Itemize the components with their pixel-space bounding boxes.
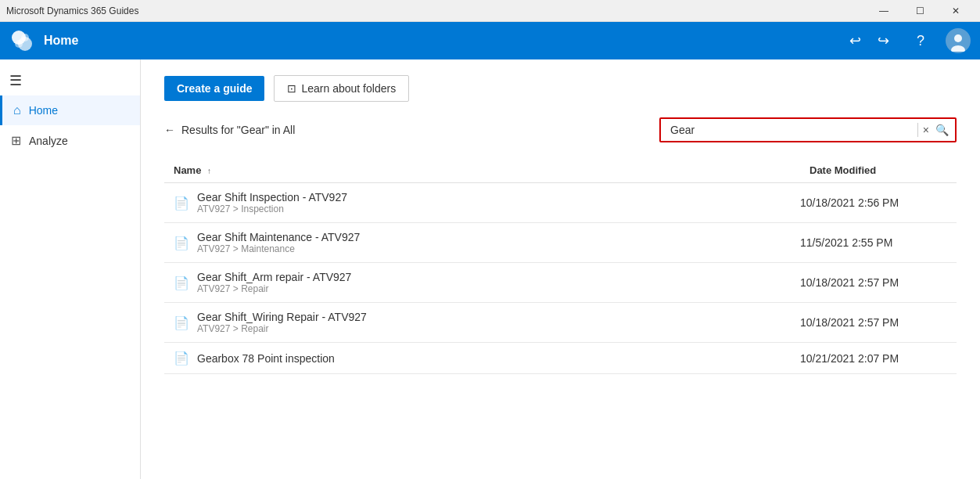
document-icon: 📄 (174, 196, 189, 211)
search-divider (917, 123, 918, 137)
document-icon: 📄 (174, 351, 189, 366)
main-area: ☰ ⌂ Home ⊞ Analyze Create a guide ⊡ Lear… (0, 59, 980, 479)
row-path: ATV927 > Repair (197, 323, 367, 334)
sidebar-item-analyze-label: Analyze (29, 135, 68, 147)
home-icon: ⌂ (13, 103, 21, 117)
results-text: Results for "Gear" in All (181, 124, 295, 136)
sidebar: ☰ ⌂ Home ⊞ Analyze (0, 59, 141, 479)
row-path: ATV927 > Inspection (197, 203, 347, 214)
table-row: 📄Gear Shift Maintenance - ATV927ATV927 >… (164, 223, 957, 263)
back-button[interactable]: ← (164, 124, 175, 136)
row-text: Gear Shift_Arm repair - ATV927ATV927 > R… (197, 271, 351, 294)
column-date: Date Modified (800, 158, 957, 183)
row-inner[interactable]: 📄Gear Shift Maintenance - ATV927ATV927 >… (164, 223, 800, 262)
document-icon: 📄 (174, 236, 189, 250)
cell-name: 📄Gearbox 78 Point inspection (164, 343, 800, 374)
row-inner[interactable]: 📄Gear Shift_Wiring Repair - ATV927ATV927… (164, 303, 800, 342)
cell-name: 📄Gear Shift Maintenance - ATV927ATV927 >… (164, 223, 800, 263)
search-input[interactable] (664, 119, 916, 141)
document-icon: 📄 (174, 315, 189, 330)
search-clear-button[interactable]: × (920, 121, 932, 139)
row-text: Gear Shift_Wiring Repair - ATV927ATV927 … (197, 311, 367, 334)
minimize-button[interactable]: — (866, 0, 902, 22)
table-row: 📄Gear Shift_Wiring Repair - ATV927ATV927… (164, 303, 957, 343)
back-arrow-icon: ← (164, 124, 175, 136)
title-bar: Microsoft Dynamics 365 Guides — ☐ ✕ (0, 0, 980, 22)
table-row: 📄Gearbox 78 Point inspection10/21/2021 2… (164, 343, 957, 374)
row-inner[interactable]: 📄Gear Shift Inspection - ATV927ATV927 > … (164, 183, 800, 222)
table-row: 📄Gear Shift Inspection - ATV927ATV927 > … (164, 183, 957, 223)
window-controls: — ☐ ✕ (866, 0, 974, 22)
sidebar-item-home-label: Home (29, 104, 58, 117)
column-name: Name ↑ (164, 158, 800, 183)
search-results-row: ← Results for "Gear" in All × 🔍 (164, 117, 957, 142)
table-row: 📄Gear Shift_Arm repair - ATV927ATV927 > … (164, 263, 957, 303)
redo-button[interactable]: ↪ (871, 28, 896, 53)
undo-redo-group: ↩ ↪ (842, 28, 896, 53)
cell-name: 📄Gear Shift Inspection - ATV927ATV927 > … (164, 183, 800, 223)
toolbar-row: Create a guide ⊡ Learn about folders (164, 75, 957, 102)
nav-title: Home (44, 34, 833, 48)
nav-actions: ↩ ↪ ? (842, 28, 971, 53)
learn-folders-icon: ⊡ (287, 82, 296, 95)
cell-date: 10/18/2021 2:57 PM (800, 263, 957, 303)
row-inner[interactable]: 📄Gear Shift_Arm repair - ATV927ATV927 > … (164, 263, 800, 302)
results-table: Name ↑ Date Modified 📄Gear Shift Inspect… (164, 158, 957, 374)
cell-name: 📄Gear Shift_Arm repair - ATV927ATV927 > … (164, 263, 800, 303)
hamburger-button[interactable]: ☰ (0, 66, 140, 95)
row-inner[interactable]: 📄Gearbox 78 Point inspection (164, 343, 800, 373)
search-box: × 🔍 (659, 117, 957, 142)
search-submit-button[interactable]: 🔍 (932, 121, 952, 139)
row-text: Gear Shift Inspection - ATV927ATV927 > I… (197, 191, 347, 214)
content-area: Create a guide ⊡ Learn about folders ← R… (141, 59, 980, 479)
learn-folders-button[interactable]: ⊡ Learn about folders (274, 75, 409, 102)
row-text: Gear Shift Maintenance - ATV927ATV927 > … (197, 231, 360, 254)
svg-point-3 (21, 34, 29, 41)
row-name: Gear Shift_Wiring Repair - ATV927 (197, 311, 367, 323)
help-button[interactable]: ? (908, 28, 933, 53)
row-path: ATV927 > Maintenance (197, 243, 360, 254)
table-body: 📄Gear Shift Inspection - ATV927ATV927 > … (164, 183, 957, 374)
sidebar-item-home[interactable]: ⌂ Home (0, 95, 140, 125)
row-text: Gearbox 78 Point inspection (197, 352, 335, 365)
cell-name: 📄Gear Shift_Wiring Repair - ATV927ATV927… (164, 303, 800, 343)
maximize-button[interactable]: ☐ (902, 0, 938, 22)
row-name: Gear Shift Inspection - ATV927 (197, 191, 347, 203)
row-path: ATV927 > Repair (197, 283, 351, 294)
svg-point-5 (954, 34, 962, 42)
cell-date: 10/18/2021 2:56 PM (800, 183, 957, 223)
learn-folders-label: Learn about folders (301, 82, 396, 95)
sort-arrow-icon: ↑ (207, 167, 211, 175)
dynamics-logo-icon (11, 30, 33, 52)
app-title: Microsoft Dynamics 365 Guides (6, 5, 866, 16)
row-name: Gear Shift Maintenance - ATV927 (197, 231, 360, 243)
app-shell: Home ↩ ↪ ? ☰ ⌂ Home (0, 22, 980, 479)
analyze-icon: ⊞ (11, 133, 21, 148)
sidebar-item-analyze[interactable]: ⊞ Analyze (0, 125, 140, 156)
row-name: Gearbox 78 Point inspection (197, 352, 335, 365)
document-icon: 📄 (174, 276, 189, 290)
app-logo (9, 28, 34, 53)
cell-date: 11/5/2021 2:55 PM (800, 223, 957, 263)
row-name: Gear Shift_Arm repair - ATV927 (197, 271, 351, 283)
undo-button[interactable]: ↩ (842, 28, 867, 53)
close-button[interactable]: ✕ (938, 0, 974, 22)
top-nav: Home ↩ ↪ ? (0, 22, 980, 59)
search-icon: 🔍 (935, 124, 949, 136)
cell-date: 10/21/2021 2:07 PM (800, 343, 957, 374)
cell-date: 10/18/2021 2:57 PM (800, 303, 957, 343)
avatar-icon (947, 30, 969, 52)
svg-point-2 (15, 40, 23, 48)
table-header: Name ↑ Date Modified (164, 158, 957, 183)
results-label: ← Results for "Gear" in All (164, 124, 295, 136)
user-avatar[interactable] (946, 28, 971, 53)
create-guide-button[interactable]: Create a guide (164, 76, 264, 101)
